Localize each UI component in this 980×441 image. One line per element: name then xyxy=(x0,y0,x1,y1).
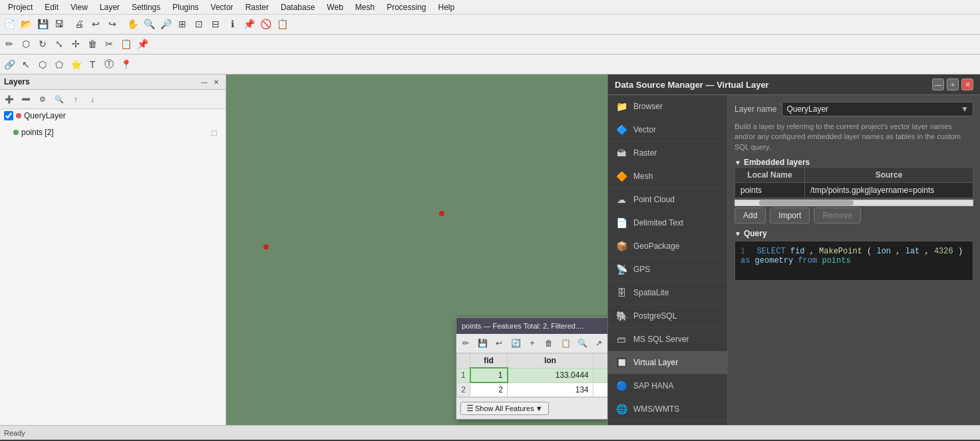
copy-btn[interactable]: 📋 xyxy=(118,36,134,52)
dsm-sidebar-item-raster[interactable]: 🏔 Raster xyxy=(608,142,727,165)
row-1-fid[interactable]: 1 xyxy=(470,368,508,382)
row-2-lat[interactable]: -25.8 xyxy=(593,382,607,397)
pan-btn[interactable]: ✋ xyxy=(124,16,140,32)
query-editor[interactable]: 1 SELECT fid , MakePoint ( lon , lat , 4… xyxy=(735,241,973,281)
layer-name-dropdown-icon[interactable]: ▼ xyxy=(961,104,969,114)
menu-layer[interactable]: Layer xyxy=(94,1,125,13)
new-project-btn[interactable]: 📄 xyxy=(1,16,17,32)
layer-down-btn[interactable]: ↓ xyxy=(84,91,100,107)
embedded-table-scrollbar[interactable] xyxy=(735,200,973,206)
dsm-sidebar-item-geopackage[interactable]: 📦 GeoPackage xyxy=(608,235,727,258)
cut-btn[interactable]: ✂ xyxy=(101,36,117,52)
table-row[interactable]: 1 1 133.0444 -25.9714 xyxy=(457,368,608,382)
layer-properties-btn[interactable]: ⚙ xyxy=(35,91,51,107)
dsm-sidebar-item-pointcloud[interactable]: ☁ Point Cloud xyxy=(608,188,727,212)
add-layer-btn[interactable]: ➕ xyxy=(1,91,17,107)
freehand-select-btn[interactable]: ⬠ xyxy=(51,57,67,73)
dsm-sidebar-item-mesh[interactable]: 🔶 Mesh xyxy=(608,165,727,188)
menu-plugins[interactable]: Plugins xyxy=(167,1,204,13)
discard-edits-btn[interactable]: ↩ xyxy=(491,335,507,351)
open-attr-btn[interactable]: 📋 xyxy=(274,16,290,32)
snap-btn[interactable]: 🔗 xyxy=(1,57,17,73)
select-tool-btn[interactable]: ↖ xyxy=(18,57,34,73)
print-btn[interactable]: 🖨 xyxy=(71,16,87,32)
menu-edit[interactable]: Edit xyxy=(39,1,64,13)
layer-item-querylayer[interactable]: QueryLayer xyxy=(0,109,226,122)
zoom-to-feature-btn[interactable]: 🔍 xyxy=(574,335,590,351)
dsm-sidebar-item-wfs[interactable]: 🌍 WFS / OGC API - Features xyxy=(608,421,727,425)
menu-mesh[interactable]: Mesh xyxy=(350,1,380,13)
show-all-features-btn[interactable]: ☰ Show All Features ▼ xyxy=(460,402,549,415)
dsm-sidebar-item-browser[interactable]: 📁 Browser xyxy=(608,95,727,118)
scale-btn[interactable]: ⤡ xyxy=(51,36,67,52)
dsm-sidebar-item-delimitedtext[interactable]: 📄 Delimited Text xyxy=(608,212,727,235)
dsm-sidebar-item-vector[interactable]: 🔷 Vector xyxy=(608,118,727,142)
add-feature-btn[interactable]: + xyxy=(524,335,540,351)
zoom-out-btn[interactable]: 🔎 xyxy=(158,16,174,32)
dsm-sidebar-item-virtuallayer[interactable]: 🔲 Virtual Layer xyxy=(608,351,727,374)
menu-project[interactable]: Project xyxy=(3,1,38,13)
dsm-sidebar-item-mssql[interactable]: 🗃 MS SQL Server xyxy=(608,328,727,351)
deselect-btn[interactable]: 🚫 xyxy=(257,16,273,32)
poly-select-btn[interactable]: ⬡ xyxy=(35,57,51,73)
menu-processing[interactable]: Processing xyxy=(381,1,431,13)
dsm-close-btn[interactable]: ✕ xyxy=(961,78,973,90)
col-fid[interactable]: fid xyxy=(470,354,508,368)
layers-close-btn[interactable]: ✕ xyxy=(211,76,222,87)
layer-name-input[interactable] xyxy=(786,104,961,114)
save-project-btn[interactable]: 💾 xyxy=(35,16,51,32)
col-lat[interactable]: lat xyxy=(593,354,607,368)
embedded-table-row[interactable]: points /tmp/points.gpkg|layername=points xyxy=(735,183,973,198)
map-canvas[interactable]: points — Features Total: 2, Filtered....… xyxy=(226,74,607,425)
node-btn[interactable]: ⬡ xyxy=(18,36,34,52)
dsm-minimize-btn[interactable]: — xyxy=(932,78,944,90)
dsm-sidebar-item-spatialite[interactable]: 🗄 SpatiaLite xyxy=(608,281,727,305)
filter-btn[interactable]: 🔍 xyxy=(51,91,67,107)
label-btn[interactable]: Ⓣ xyxy=(101,57,117,73)
menu-web[interactable]: Web xyxy=(321,1,348,13)
remove-layer-btn[interactable]: ➖ xyxy=(18,91,34,107)
delete-feature-btn[interactable]: 🗑 xyxy=(541,335,557,351)
layer-item-points[interactable]: points [2] ⬚ xyxy=(0,122,226,142)
select-btn[interactable]: 📌 xyxy=(241,16,257,32)
undo-btn[interactable]: ↩ xyxy=(88,16,104,32)
row-1-lat[interactable]: -25.9714 xyxy=(593,368,607,382)
layer-up-btn[interactable]: ↑ xyxy=(68,91,84,107)
col-lon[interactable]: lon xyxy=(508,354,593,368)
save-as-btn[interactable]: 🖫 xyxy=(51,16,67,32)
copy-feature-btn[interactable]: 📋 xyxy=(558,335,573,351)
zoom-layer-btn[interactable]: ⊟ xyxy=(208,16,224,32)
pin-btn[interactable]: 📍 xyxy=(118,57,134,73)
row-2-fid[interactable]: 2 xyxy=(470,382,508,397)
star-select-btn[interactable]: ⭐ xyxy=(68,57,84,73)
redo-btn[interactable]: ↪ xyxy=(104,16,120,32)
zoom-select-btn[interactable]: ⊡ xyxy=(191,16,207,32)
layers-minimize-btn[interactable]: — xyxy=(199,76,210,87)
zoom-in-btn[interactable]: 🔍 xyxy=(141,16,157,32)
row-1-lon[interactable]: 133.0444 xyxy=(508,368,593,382)
digitize-btn[interactable]: ✏ xyxy=(1,36,17,52)
dsm-sidebar-item-postgresql[interactable]: 🐘 PostgreSQL xyxy=(608,305,727,328)
table-row[interactable]: 2 2 134 -25.8 xyxy=(457,382,608,397)
dsm-sidebar-item-gps[interactable]: 📡 GPS xyxy=(608,258,727,281)
menu-help[interactable]: Help xyxy=(433,1,460,13)
menu-view[interactable]: View xyxy=(65,1,93,13)
dsm-sidebar-item-wmswmts[interactable]: 🌐 WMS/WMTS xyxy=(608,398,727,421)
edit-features-btn[interactable]: ✏ xyxy=(458,335,474,351)
identify-btn[interactable]: ℹ xyxy=(224,16,240,32)
menu-raster[interactable]: Raster xyxy=(240,1,274,13)
save-edits-btn[interactable]: 💾 xyxy=(474,335,490,351)
text-btn[interactable]: T xyxy=(84,57,100,73)
pan-to-feature-btn[interactable]: ↗ xyxy=(591,335,607,351)
layer-points-options-btn[interactable]: ⬚ xyxy=(206,124,222,140)
dsm-sidebar-item-saphana[interactable]: 🔵 SAP HANA xyxy=(608,374,727,398)
rotate-btn[interactable]: ↻ xyxy=(35,36,51,52)
zoom-full-btn[interactable]: ⊞ xyxy=(174,16,190,32)
layer-querylayer-checkbox[interactable] xyxy=(4,111,13,120)
import-embedded-btn[interactable]: Import xyxy=(770,208,810,223)
remove-embedded-btn[interactable]: Remove xyxy=(814,208,861,223)
delete-btn[interactable]: 🗑 xyxy=(84,36,100,52)
move-btn[interactable]: ✢ xyxy=(68,36,84,52)
open-project-btn[interactable]: 📂 xyxy=(18,16,34,32)
menu-settings[interactable]: Settings xyxy=(126,1,166,13)
